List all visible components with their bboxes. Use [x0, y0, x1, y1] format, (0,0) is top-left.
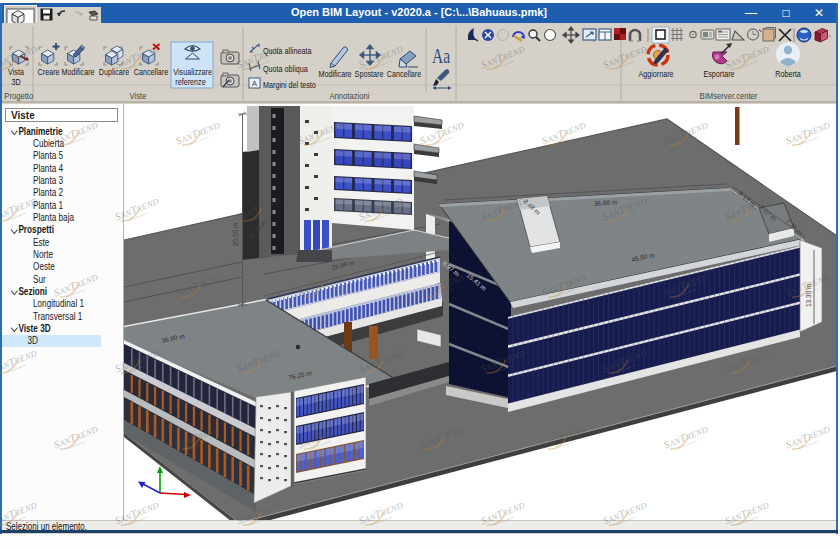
- svg-text:Aa: Aa: [432, 44, 450, 68]
- svg-text:20.50 m: 20.50 m: [232, 223, 239, 247]
- svg-text:A: A: [252, 79, 258, 88]
- svg-text:13.30 m: 13.30 m: [805, 284, 812, 308]
